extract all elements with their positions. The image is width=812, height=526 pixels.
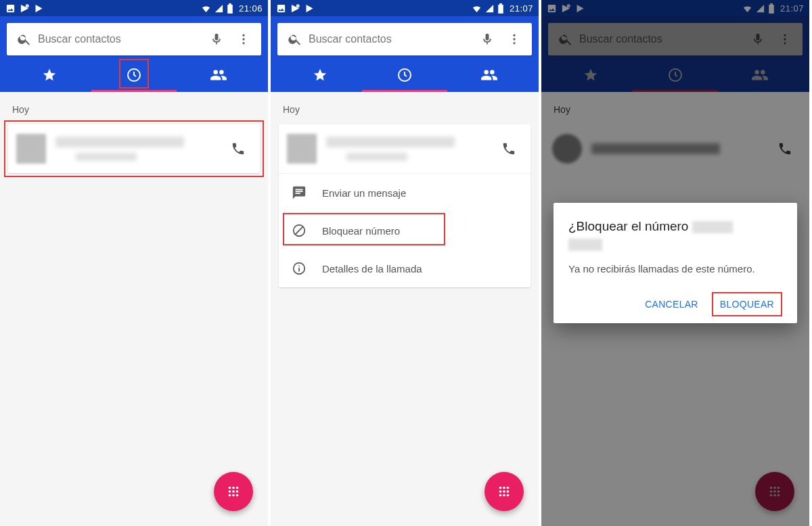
tab-favorites[interactable] [30,62,68,89]
svg-point-30 [499,494,502,497]
signal-icon [484,3,495,14]
content-area: Hoy Enviar un mensaje Bloquear número [271,92,539,526]
signal-icon [214,3,224,14]
battery-icon [497,3,504,14]
svg-point-8 [229,490,231,493]
dialpad-fab[interactable] [484,472,524,511]
dialog-message: Ya no recibirás llamadas de este número. [568,262,782,276]
search-bar[interactable]: Buscar contactos [277,23,532,55]
screen-2: 21:07 Buscar contactos Hoy [271,0,539,526]
tab-favorites[interactable] [301,62,339,89]
tab-recents[interactable] [115,62,153,89]
dialog-redacted-number-2 [568,239,602,251]
svg-point-28 [503,490,505,493]
call-entry-text [55,137,215,161]
dialog-confirm-button[interactable]: BLOQUEAR [712,292,782,316]
block-icon [291,222,307,239]
call-entry-card[interactable] [8,124,260,173]
avatar [287,134,317,164]
battery-icon [227,3,233,14]
svg-point-5 [229,487,231,489]
search-icon [11,26,38,53]
svg-point-23 [298,265,300,266]
svg-point-11 [229,494,231,497]
tab-recents[interactable] [386,62,424,89]
message-icon [291,185,307,201]
app-header: Buscar contactos [0,16,268,92]
tabs [7,58,261,92]
svg-point-15 [513,34,515,37]
image-icon [276,3,286,14]
svg-point-26 [507,487,510,489]
svg-point-31 [503,494,505,497]
status-bar: 21:07 [271,0,539,16]
svg-point-32 [507,494,510,497]
menu-call-details[interactable]: Detalles de la llamada [279,249,531,287]
dialog-redacted-number [692,221,733,233]
menu-block-number[interactable]: Bloquear número [279,212,531,249]
svg-point-29 [507,490,510,493]
tab-contacts[interactable] [470,62,508,89]
call-entry-expanded: Enviar un mensaje Bloquear número Detall… [279,124,531,287]
search-placeholder: Buscar contactos [309,33,474,45]
search-placeholder: Buscar contactos [38,33,203,45]
call-entry-row[interactable] [279,124,531,173]
call-button[interactable] [225,135,252,162]
svg-point-13 [236,494,239,497]
search-icon [281,26,309,53]
wifi-icon [201,3,211,14]
svg-point-12 [232,494,235,497]
block-confirm-dialog: ¿Bloquear el número Ya no recibirás llam… [554,203,797,323]
svg-point-17 [513,42,515,44]
svg-point-16 [513,38,515,40]
mic-icon[interactable] [474,26,501,53]
svg-point-6 [232,487,235,489]
section-label: Hoy [12,104,260,115]
play-icon [304,3,315,14]
search-bar[interactable]: Buscar contactos [7,23,261,55]
more-icon[interactable] [501,26,528,53]
call-button[interactable] [495,135,522,162]
svg-point-1 [242,34,244,37]
menu-label: Enviar un mensaje [322,187,406,199]
section-label: Hoy [283,104,531,115]
play-badge-icon [290,3,300,14]
app-header: Buscar contactos [271,16,539,92]
wifi-icon [472,3,482,14]
svg-line-20 [296,227,303,235]
dialog-title: ¿Bloquear el número [568,218,782,252]
dialog-cancel-button[interactable]: CANCELAR [637,292,706,316]
play-badge-icon [20,3,30,14]
tab-contacts[interactable] [200,62,238,89]
svg-point-3 [242,42,244,44]
screen-3: 21:07 Buscar contactos Hoy [541,0,809,526]
svg-point-10 [236,490,239,493]
mic-icon[interactable] [203,26,230,53]
play-icon [34,3,44,14]
svg-point-24 [499,487,502,489]
dialog-title-text: ¿Bloquear el número [568,219,688,233]
call-actions-menu: Enviar un mensaje Bloquear número Detall… [279,173,531,287]
image-icon [5,3,16,14]
more-icon[interactable] [230,26,257,53]
svg-point-25 [503,487,505,489]
svg-point-27 [499,490,502,493]
svg-point-2 [242,38,244,40]
avatar [16,134,46,164]
status-bar: 21:06 [0,0,268,16]
status-time: 21:06 [239,3,263,14]
dialpad-fab[interactable] [214,472,253,511]
call-entry-text [326,137,486,161]
screen-1: 21:06 Buscar contactos Hoy [0,0,268,526]
tabs [277,58,532,92]
status-time: 21:07 [510,3,533,14]
info-icon [291,260,307,277]
menu-label: Bloquear número [322,225,400,237]
menu-label: Detalles de la llamada [322,263,422,274]
svg-point-7 [236,487,239,489]
content-area: Hoy [0,92,268,526]
svg-point-9 [232,490,235,493]
menu-send-message[interactable]: Enviar un mensaje [279,174,531,212]
